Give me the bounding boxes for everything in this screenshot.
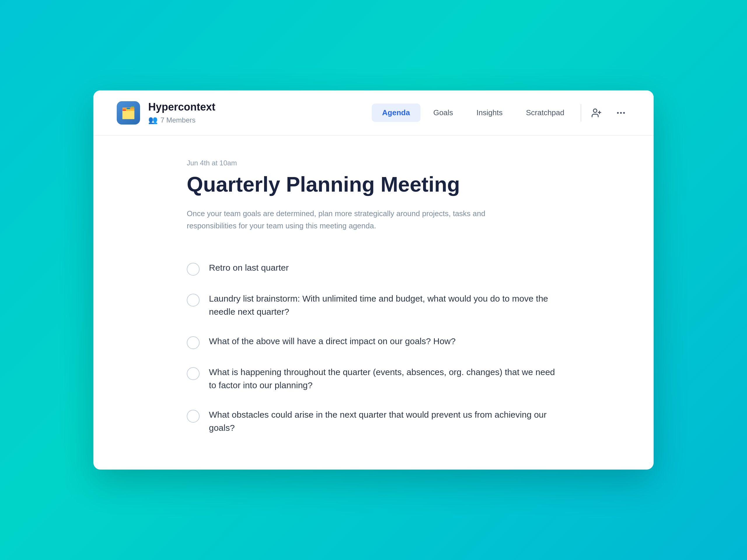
main-content: Jun 4th at 10am Quarterly Planning Meeti…: [93, 136, 654, 470]
app-window: 🗂️ Hypercontext 👥 7 Members Agenda Goals…: [93, 90, 654, 470]
add-member-button[interactable]: [587, 104, 606, 122]
agenda-checkbox-1[interactable]: [187, 263, 200, 276]
agenda-item-3: What of the above will have a direct imp…: [187, 329, 560, 355]
tab-insights[interactable]: Insights: [466, 104, 513, 122]
meeting-description: Once your team goals are determined, pla…: [187, 208, 537, 232]
tab-goals[interactable]: Goals: [423, 104, 464, 122]
app-icon: 🗂️: [117, 101, 140, 125]
agenda-item-text-5: What obstacles could arise in the next q…: [209, 408, 560, 434]
more-options-button[interactable]: [612, 104, 630, 122]
agenda-item-2: Laundry list brainstorm: With unlimited …: [187, 286, 560, 324]
agenda-list: Retro on last quarter Laundry list brain…: [187, 255, 560, 440]
app-title: Hypercontext: [148, 101, 215, 113]
svg-point-4: [620, 112, 622, 114]
agenda-checkbox-5[interactable]: [187, 410, 200, 423]
members-icon: 👥: [148, 115, 158, 125]
header-nav: Agenda Goals Insights Scratchpad: [372, 104, 575, 122]
svg-point-3: [617, 112, 619, 114]
agenda-item-text-1: Retro on last quarter: [209, 261, 560, 274]
agenda-item-text-4: What is happening throughout the quarter…: [209, 366, 560, 392]
tab-scratchpad[interactable]: Scratchpad: [515, 104, 575, 122]
agenda-item-text-2: Laundry list brainstorm: With unlimited …: [209, 292, 560, 318]
header: 🗂️ Hypercontext 👥 7 Members Agenda Goals…: [93, 90, 654, 136]
agenda-item-5: What obstacles could arise in the next q…: [187, 402, 560, 440]
header-divider: [581, 104, 581, 122]
agenda-checkbox-3[interactable]: [187, 336, 200, 349]
agenda-checkbox-4[interactable]: [187, 367, 200, 380]
agenda-checkbox-2[interactable]: [187, 294, 200, 306]
meeting-title: Quarterly Planning Meeting: [187, 173, 560, 196]
agenda-item-text-3: What of the above will have a direct imp…: [209, 335, 560, 348]
members-label: 7 Members: [160, 116, 196, 124]
meeting-date: Jun 4th at 10am: [187, 159, 560, 167]
agenda-item-4: What is happening throughout the quarter…: [187, 359, 560, 398]
members-row: 👥 7 Members: [148, 115, 215, 125]
agenda-item-1: Retro on last quarter: [187, 255, 560, 282]
app-info: Hypercontext 👥 7 Members: [148, 101, 215, 125]
svg-point-5: [623, 112, 625, 114]
header-actions: [587, 104, 630, 122]
svg-point-0: [594, 109, 597, 112]
header-left: 🗂️ Hypercontext 👥 7 Members: [117, 101, 215, 125]
tab-agenda[interactable]: Agenda: [372, 104, 420, 122]
